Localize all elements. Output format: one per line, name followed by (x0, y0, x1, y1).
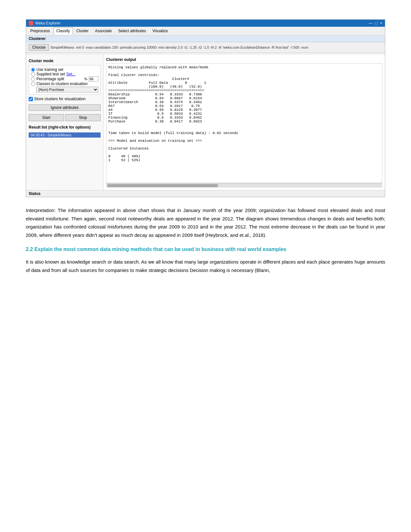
choose-value: SimpleKMeans -init 0 -max-candidates 100… (50, 45, 382, 49)
stop-button[interactable]: Stop (65, 114, 101, 121)
percentage-radio[interactable] (31, 77, 35, 81)
use-training-label: Use training set (36, 67, 63, 72)
weka-explorer-window: Weka Explorer — □ × Preprocess Classify … (26, 19, 385, 197)
tab-cluster[interactable]: Cluster (73, 27, 92, 34)
classes-row: Classes to clusters evaluation (31, 82, 98, 86)
percentage-row: Percentage split % (31, 76, 98, 82)
right-panel: Clusterer output Missing values globally… (103, 55, 385, 190)
choose-bar: Choose SimpleKMeans -init 0 -max-candida… (26, 42, 385, 53)
start-button[interactable]: Start (29, 114, 64, 121)
interpretation-paragraph: Interpretation: The information appeared… (26, 206, 385, 239)
maximize-button[interactable]: □ (375, 21, 377, 25)
classes-label: Classes to clusters evaluation (36, 82, 88, 86)
start-stop-row: Start Stop (29, 114, 101, 121)
supplied-test-row: Supplied test set Set... (31, 72, 98, 76)
classes-radio[interactable] (31, 82, 35, 86)
use-training-radio[interactable] (31, 68, 35, 72)
ignore-attributes-button[interactable]: Ignore attributes (29, 104, 101, 111)
output-area[interactable]: Missing values globally replaced with me… (106, 63, 382, 183)
set-link[interactable]: Set... (66, 72, 75, 76)
titlebar: Weka Explorer — □ × (26, 20, 385, 27)
classes-dropdown[interactable]: (Num) Purchase (36, 87, 98, 92)
left-panel: Cluster mode Use training set Supplied t… (26, 55, 103, 190)
cluster-mode-label: Cluster mode (29, 59, 101, 63)
tab-preprocess[interactable]: Preprocess (27, 27, 53, 34)
supplied-test-label: Supplied test set (36, 72, 65, 76)
horizontal-scrollbar[interactable] (106, 183, 382, 188)
titlebar-left: Weka Explorer (29, 21, 60, 25)
use-training-row: Use training set (31, 67, 98, 72)
minimize-button[interactable]: — (369, 21, 373, 25)
pct-input[interactable] (89, 76, 98, 82)
pct-sign: % (84, 77, 87, 81)
store-clusters-label: Store clusters for visualization (34, 97, 85, 101)
result-list-label: Result list (right-click for options) (29, 125, 101, 130)
weka-body: Cluster mode Use training set Supplied t… (26, 55, 385, 190)
supplied-test-radio[interactable] (31, 72, 35, 76)
clusterer-output-label: Clusterer output (106, 57, 382, 62)
tab-associate[interactable]: Associate (92, 27, 115, 34)
percentage-label: Percentage split (36, 77, 64, 81)
window-title: Weka Explorer (35, 21, 60, 25)
section-22-heading: 2.2 Explain the most common data mining … (26, 246, 385, 253)
tab-classify[interactable]: Classify (54, 27, 73, 34)
weka-app-icon (29, 21, 33, 25)
section-22-para1: It is also known as knowledge search or … (26, 258, 385, 274)
titlebar-controls[interactable]: — □ × (369, 21, 382, 25)
store-clusters-checkbox[interactable] (29, 97, 33, 101)
choose-button[interactable]: Choose (29, 44, 49, 51)
store-clusters-row: Store clusters for visualization (29, 97, 101, 101)
close-button[interactable]: × (380, 21, 382, 25)
tab-select-attributes[interactable]: Select attributes (115, 27, 149, 34)
result-list-item[interactable]: 04:30:43 - SimpleKMeans (29, 132, 101, 138)
status-bar: Status (26, 190, 385, 197)
cluster-mode-box: Use training set Supplied test set Set..… (29, 65, 101, 95)
tab-visualize[interactable]: Visualize (150, 27, 171, 34)
menubar: Preprocess Classify Cluster Associate Se… (26, 27, 385, 35)
clusterer-header: Clusterer (26, 35, 385, 42)
